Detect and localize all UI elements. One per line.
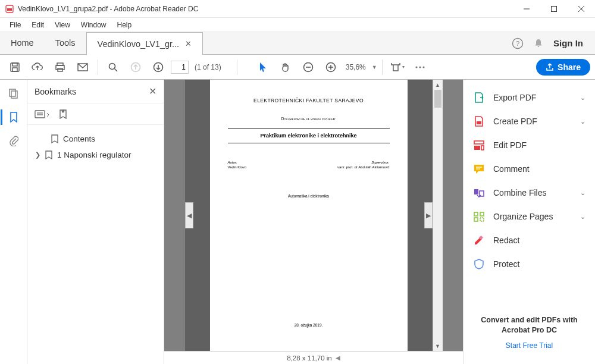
bookmark-add-icon[interactable]	[58, 109, 68, 120]
tab-tools-label: Tools	[55, 38, 76, 48]
tool-label: Combine Files	[493, 188, 546, 197]
tool-redact[interactable]: Redact	[464, 228, 595, 252]
combine-files-icon	[473, 187, 485, 199]
create-pdf-icon	[473, 115, 485, 127]
svg-point-25	[415, 66, 417, 68]
bookmarks-header: Bookmarks ✕	[27, 80, 164, 103]
tool-export-pdf[interactable]: Export PDF ⌄	[464, 86, 595, 109]
tools-panel: Export PDF ⌄ Create PDF ⌄ Edit PDF Comme…	[463, 80, 595, 364]
redact-icon	[473, 234, 485, 246]
prev-page-icon[interactable]	[126, 57, 146, 77]
tab-home[interactable]: Home	[0, 32, 45, 54]
bookmark-item[interactable]: ❯ 1 Naponski regulator	[27, 147, 164, 163]
protect-icon	[473, 258, 485, 270]
cloud-upload-icon[interactable]	[27, 57, 48, 77]
export-pdf-icon	[473, 92, 485, 103]
maximize-button[interactable]	[540, 0, 568, 18]
tool-edit-pdf[interactable]: Edit PDF	[464, 133, 595, 157]
tab-document[interactable]: VedinKlovo_LV1_gr... ✕	[86, 32, 203, 55]
print-icon[interactable]	[50, 57, 70, 77]
close-button[interactable]	[568, 0, 595, 18]
tool-label: Create PDF	[493, 117, 537, 126]
page-number-input[interactable]	[171, 61, 189, 74]
fit-width-icon[interactable]: ▾	[387, 57, 408, 77]
svg-rect-33	[477, 121, 481, 124]
vertical-scrollbar[interactable]: ▲ ▼	[433, 80, 443, 351]
organize-pages-icon	[473, 211, 485, 222]
scroll-down-icon[interactable]: ▼	[433, 341, 443, 351]
svg-rect-8	[11, 63, 19, 71]
svg-rect-42	[480, 212, 484, 216]
select-tool-icon[interactable]	[253, 57, 273, 77]
tabbar: Home Tools VedinKlovo_LV1_gr... ✕ ? Sign…	[0, 32, 595, 55]
svg-point-27	[422, 66, 424, 68]
pdf-page: ELEKTROTEHNIČKI FAKULTET SARAJEVO Dokume…	[210, 80, 408, 351]
bookmarks-tools	[27, 103, 164, 125]
thumbnails-icon[interactable]	[8, 88, 19, 99]
prev-page-paginator[interactable]: ◀	[185, 202, 193, 228]
search-icon[interactable]	[103, 57, 123, 77]
comment-icon	[473, 163, 485, 175]
doc-rule	[228, 143, 390, 143]
chevron-down-icon[interactable]: ⌄	[580, 94, 585, 102]
svg-rect-43	[474, 218, 478, 221]
edit-pdf-icon	[473, 139, 485, 151]
svg-rect-41	[474, 212, 478, 216]
svg-rect-28	[10, 89, 15, 96]
expand-icon[interactable]: ❯	[35, 151, 40, 159]
tool-create-pdf[interactable]: Create PDF ⌄	[464, 109, 595, 133]
menu-edit[interactable]: Edit	[27, 20, 49, 30]
share-button[interactable]: Share	[536, 59, 590, 76]
window-controls	[513, 0, 595, 18]
sign-in-button[interactable]: Sign In	[553, 38, 583, 48]
svg-rect-29	[11, 91, 17, 98]
more-tools-icon[interactable]	[410, 57, 430, 77]
tab-close-icon[interactable]: ✕	[185, 39, 192, 48]
bookmarks-icon[interactable]	[10, 112, 18, 123]
save-icon[interactable]	[5, 57, 25, 77]
doc-rule	[228, 128, 390, 128]
bookmarks-title: Bookmarks	[35, 87, 76, 96]
menu-view[interactable]: View	[50, 20, 75, 30]
attachments-icon[interactable]	[9, 136, 18, 146]
menu-help[interactable]: Help	[112, 20, 137, 30]
menu-window[interactable]: Window	[76, 20, 111, 30]
menu-file[interactable]: File	[5, 20, 26, 30]
hand-tool-icon[interactable]	[275, 57, 296, 77]
email-icon[interactable]	[73, 57, 93, 77]
svg-rect-36	[481, 146, 484, 150]
zoom-in-icon[interactable]	[321, 57, 341, 77]
next-page-icon[interactable]	[148, 57, 168, 77]
doc-author-name: Vedin Klovo	[228, 165, 247, 170]
chevron-down-icon[interactable]: ⌄	[580, 213, 585, 221]
svg-rect-24	[393, 65, 398, 71]
tool-combine-files[interactable]: Combine Files ⌄	[464, 181, 595, 205]
bookmarks-close-icon[interactable]: ✕	[149, 86, 156, 97]
minimize-button[interactable]	[513, 0, 540, 18]
next-page-paginator[interactable]: ▶	[424, 202, 433, 228]
svg-rect-12	[56, 65, 64, 70]
help-icon[interactable]: ?	[512, 37, 524, 49]
scroll-thumb[interactable]	[434, 90, 441, 108]
bell-icon[interactable]	[533, 38, 544, 49]
hscroll-left-icon[interactable]: ◀	[336, 354, 340, 361]
bookmark-options-icon[interactable]	[35, 109, 50, 120]
tool-comment[interactable]: Comment	[464, 157, 595, 181]
zoom-dropdown-icon[interactable]: ▼	[372, 64, 377, 70]
promo-link[interactable]: Start Free Trial	[475, 341, 583, 350]
toolbar-separator	[382, 59, 383, 75]
scroll-up-icon[interactable]: ▲	[433, 80, 443, 90]
doc-date: 28. ožujka 2019.	[228, 323, 390, 327]
tool-organize-pages[interactable]: Organize Pages ⌄	[464, 205, 595, 228]
chevron-down-icon[interactable]: ⌄	[580, 118, 585, 125]
chevron-down-icon[interactable]: ⌄	[580, 189, 585, 197]
bookmark-item[interactable]: Contents	[27, 131, 164, 147]
svg-rect-44	[480, 218, 484, 221]
svg-rect-30	[35, 111, 45, 118]
zoom-out-icon[interactable]	[298, 57, 318, 77]
doc-department: Automatika i elektronika	[228, 194, 390, 198]
tool-protect[interactable]: Protect	[464, 252, 595, 276]
tab-tools[interactable]: Tools	[45, 32, 86, 54]
main-area: Bookmarks ✕ Contents ❯ 1 Naponski regula…	[0, 80, 595, 364]
document-canvas[interactable]: ◀ ELEKTROTEHNIČKI FAKULTET SARAJEVO Doku…	[164, 80, 463, 351]
